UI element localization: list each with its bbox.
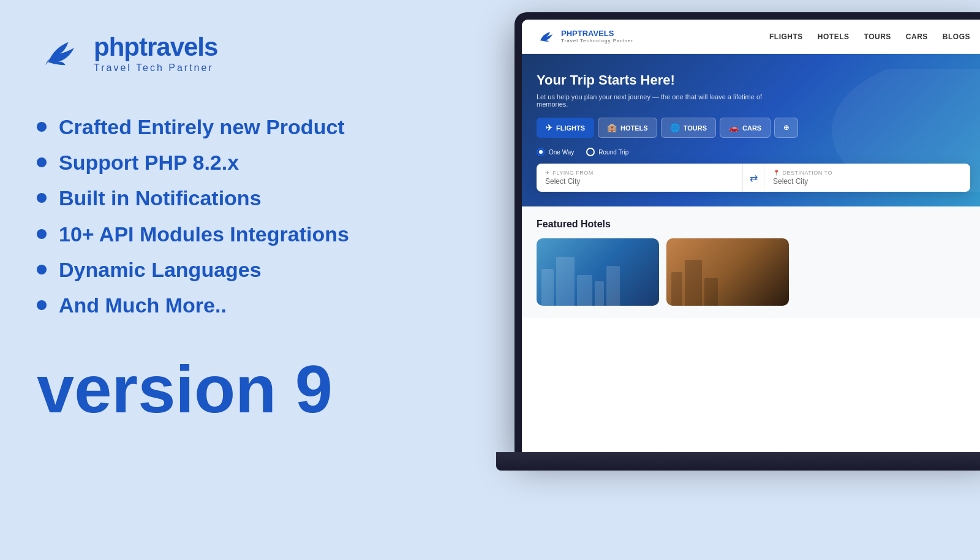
laptop-screen-outer: PHPTRAVELS Travel Technology Partner FLI… bbox=[514, 12, 980, 453]
tab-hotels[interactable]: 🏨 HOTELS bbox=[598, 118, 657, 138]
destination-icon: 📍 bbox=[773, 170, 780, 176]
feature-text: 10+ API Modules Integrations bbox=[59, 221, 349, 248]
hotel-card-2[interactable] bbox=[666, 238, 789, 306]
tab-flights[interactable]: ✈ FLIGHTS bbox=[537, 118, 594, 138]
flights-tab-icon: ✈ bbox=[546, 123, 552, 132]
laptop-screen-inner: PHPTRAVELS Travel Technology Partner FLI… bbox=[522, 20, 980, 453]
hero-subtitle: Let us help you plan your next journey —… bbox=[537, 93, 794, 108]
tab-more-icon: ⊕ bbox=[783, 124, 789, 132]
tab-more[interactable]: ⊕ bbox=[774, 118, 798, 138]
flying-from-label: ✈ Flying From bbox=[545, 170, 733, 176]
building-illustration-2 bbox=[666, 259, 789, 306]
one-way-radio[interactable]: One Way bbox=[537, 148, 574, 156]
tab-tours[interactable]: 🌐 TOURS bbox=[661, 118, 716, 138]
building-5 bbox=[606, 266, 620, 306]
site-navbar: PHPTRAVELS Travel Technology Partner FLI… bbox=[522, 20, 980, 54]
feature-text: Dynamic Languages bbox=[59, 256, 262, 283]
building-4 bbox=[595, 281, 604, 306]
hotels-tab-icon: 🏨 bbox=[607, 123, 617, 132]
building-illustration-1 bbox=[537, 259, 659, 306]
bullet-dot bbox=[37, 157, 47, 167]
destination-field[interactable]: 📍 Destination To Select City bbox=[764, 164, 970, 192]
nav-tours[interactable]: TOURS bbox=[864, 32, 891, 41]
hero-title: Your Trip Starts Here! bbox=[537, 72, 970, 88]
feature-item: Dynamic Languages bbox=[37, 256, 496, 283]
tab-cars-label: CARS bbox=[742, 124, 761, 132]
features-list: Crafted Entirely new Product Support PHP… bbox=[37, 113, 496, 319]
site-logo: PHPTRAVELS Travel Technology Partner bbox=[537, 27, 633, 47]
right-panel: PHPTRAVELS Travel Technology Partner FLI… bbox=[484, 0, 980, 560]
feature-item: And Much More.. bbox=[37, 292, 496, 319]
feature-item: Support PHP 8.2.x bbox=[37, 149, 496, 176]
cars-tab-icon: 🚗 bbox=[729, 123, 739, 132]
building-1 bbox=[541, 269, 554, 306]
nav-hotels[interactable]: HOTELS bbox=[818, 32, 850, 41]
round-trip-radio-circle bbox=[586, 148, 595, 156]
bullet-dot bbox=[37, 122, 47, 132]
site-hero: Your Trip Starts Here! Let us help you p… bbox=[522, 54, 980, 206]
bullet-dot bbox=[37, 229, 47, 239]
one-way-label: One Way bbox=[549, 149, 574, 156]
flying-from-field[interactable]: ✈ Flying From Select City bbox=[537, 164, 742, 192]
tab-tours-label: TOURS bbox=[684, 124, 707, 132]
bullet-dot bbox=[37, 193, 47, 203]
logo-name: phptravels bbox=[94, 34, 217, 60]
flying-from-value: Select City bbox=[545, 177, 733, 186]
destination-value: Select City bbox=[773, 177, 961, 186]
building-3 bbox=[577, 275, 592, 306]
bullet-dot bbox=[37, 265, 47, 274]
site-nav-links: FLIGHTS HOTELS TOURS CARS BLOGS bbox=[769, 32, 970, 41]
building-8 bbox=[704, 278, 718, 306]
round-trip-radio[interactable]: Round Trip bbox=[586, 148, 628, 156]
trip-type: One Way Round Trip bbox=[537, 148, 970, 156]
logo-tagline: Travel Tech Partner bbox=[94, 62, 217, 74]
hotel-card-1[interactable] bbox=[537, 238, 659, 306]
feature-text: Crafted Entirely new Product bbox=[59, 113, 345, 140]
building-7 bbox=[685, 260, 702, 306]
one-way-radio-inner bbox=[539, 150, 543, 154]
tab-cars[interactable]: 🚗 CARS bbox=[720, 118, 771, 138]
feature-item: Built in Notifications bbox=[37, 184, 496, 211]
laptop-base bbox=[496, 452, 980, 471]
swap-button[interactable]: ⇄ bbox=[742, 164, 764, 192]
feature-item: 10+ API Modules Integrations bbox=[37, 221, 496, 248]
feature-text: Support PHP 8.2.x bbox=[59, 149, 239, 176]
site-logo-sub: Travel Technology Partner bbox=[561, 38, 633, 44]
feature-item: Crafted Entirely new Product bbox=[37, 113, 496, 140]
hotel-cards bbox=[537, 238, 970, 306]
tab-flights-label: FLIGHTS bbox=[556, 124, 585, 132]
search-tabs: ✈ FLIGHTS 🏨 HOTELS 🌐 TOURS 🚗 bbox=[537, 118, 970, 138]
round-trip-label: Round Trip bbox=[598, 149, 628, 156]
destination-label: 📍 Destination To bbox=[773, 170, 961, 176]
site-logo-icon-small bbox=[537, 27, 556, 47]
left-panel: phptravels Travel Tech Partner Crafted E… bbox=[0, 0, 533, 560]
site-content: Featured Hotels bbox=[522, 206, 980, 318]
building-6 bbox=[671, 272, 682, 306]
one-way-radio-circle bbox=[537, 148, 545, 156]
phptravels-logo-icon bbox=[37, 31, 83, 77]
feature-text: And Much More.. bbox=[59, 292, 227, 319]
plane-icon: ✈ bbox=[545, 170, 551, 176]
feature-text: Built in Notifications bbox=[59, 184, 262, 211]
bullet-dot bbox=[37, 300, 47, 310]
nav-cars[interactable]: CARS bbox=[906, 32, 928, 41]
laptop-container: PHPTRAVELS Travel Technology Partner FLI… bbox=[514, 12, 980, 545]
search-form: ✈ Flying From Select City ⇄ 📍 Destinatio… bbox=[537, 164, 970, 192]
nav-flights[interactable]: FLIGHTS bbox=[769, 32, 803, 41]
nav-blogs[interactable]: BLOGS bbox=[943, 32, 970, 41]
logo-text-block: phptravels Travel Tech Partner bbox=[94, 34, 217, 74]
building-2 bbox=[556, 257, 575, 306]
tours-tab-icon: 🌐 bbox=[670, 123, 680, 132]
featured-hotels-title: Featured Hotels bbox=[537, 219, 970, 230]
tab-hotels-label: HOTELS bbox=[620, 124, 648, 132]
site-logo-text: PHPTRAVELS bbox=[561, 29, 633, 38]
version-label: version 9 bbox=[37, 355, 496, 423]
logo-area: phptravels Travel Tech Partner bbox=[37, 31, 496, 77]
